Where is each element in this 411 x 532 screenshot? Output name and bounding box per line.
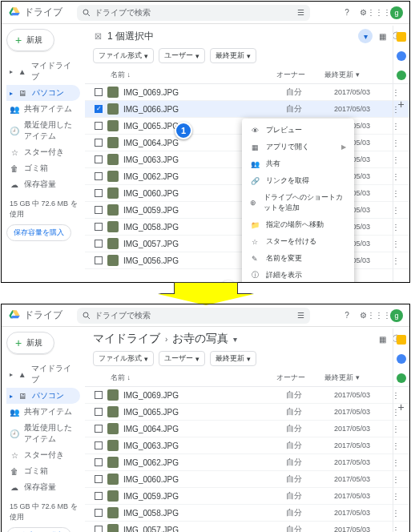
new-button[interactable]: +新規 [6,29,54,51]
row-checkbox[interactable] [93,425,104,433]
menu-item[interactable]: 👁プレビュー [242,122,354,139]
row-checkbox[interactable] [93,509,104,517]
col-owner[interactable]: オーナー [276,373,324,383]
menu-item[interactable]: ⓘ詳細を表示 [242,267,354,283]
menu-item[interactable]: 👥共有 [242,155,354,172]
sidebar-item-mydrive[interactable]: ▸▲マイドライブ [6,58,80,85]
sidebar-item-computers[interactable]: ▸🖥パソコン [6,388,80,404]
chevron-down-icon[interactable]: ▾ [233,335,237,344]
row-checkbox[interactable] [93,189,104,197]
chip-modified[interactable]: 最終更新 ▾ [210,48,256,63]
sidebar-item-recent[interactable]: 🕘最近使用したアイテム [6,117,80,144]
addons-icon[interactable]: + [397,98,404,111]
tune-icon[interactable]: ☰ [296,311,305,320]
row-checkbox[interactable] [93,105,104,113]
row-checkbox[interactable] [93,408,104,416]
sidebar-item-trash[interactable]: 🗑ゴミ箱 [6,160,80,176]
sidebar-item-starred[interactable]: ☆スター付き [6,447,80,463]
file-row[interactable]: IMG_0064.JPG自分2017/05/03⋮ [85,421,409,437]
row-checkbox[interactable] [93,206,104,214]
chip-modified[interactable]: 最終更新 ▾ [210,351,256,366]
sidebar-item-shared[interactable]: 👥共有アイテム [6,404,80,420]
row-checkbox[interactable] [93,492,104,500]
view-grid-icon[interactable]: ▦ [377,31,387,41]
col-modified[interactable]: 最終更新 ▾ [324,373,389,383]
help-icon[interactable]: ? [342,311,352,320]
file-row[interactable]: IMG_0065.JPG自分2017/05/03⋮ [85,404,409,421]
col-name[interactable]: 名前 ↓ [111,70,276,80]
col-modified[interactable]: 最終更新 ▾ [324,70,389,80]
col-owner[interactable]: オーナー [276,70,324,80]
tasks-icon[interactable] [397,354,406,364]
row-checkbox[interactable] [93,223,104,231]
row-checkbox[interactable] [93,526,104,532]
row-checkbox[interactable] [93,88,104,96]
file-row[interactable]: IMG_0062.JPG自分2017/05/03⋮ [85,454,409,471]
row-checkbox[interactable] [93,475,104,483]
tasks-icon[interactable] [397,51,406,61]
file-name: IMG_0066.JPG [123,105,286,114]
file-row[interactable]: IMG_0066.JPG自分2017/05/03⋮ [85,101,409,118]
app-logo[interactable]: ドライブ [8,6,62,19]
view-grid-icon[interactable]: ▦ [377,334,387,344]
sidebar-item-shared[interactable]: 👥共有アイテム [6,101,80,117]
file-row[interactable]: IMG_0057.JPG自分2017/05/03⋮ [85,522,409,532]
chip-filetype[interactable]: ファイル形式 ▾ [93,48,154,63]
row-checkbox[interactable] [93,172,104,180]
menu-item[interactable]: ☆スターを付ける [242,233,354,250]
sidebar-item-recent[interactable]: 🕘最近使用したアイテム [6,420,80,447]
row-checkbox[interactable] [93,458,104,466]
account-avatar[interactable]: g [390,309,403,322]
sidebar-item-starred[interactable]: ☆スター付き [6,144,80,160]
new-button[interactable]: +新規 [6,332,54,354]
help-icon[interactable]: ? [342,8,352,18]
close-selection-icon[interactable]: ☒ [93,31,103,41]
sidebar-item-storage[interactable]: ☁保存容量 [6,176,80,192]
file-row[interactable]: IMG_0069.JPG自分2017/05/03⋮ [85,84,409,101]
row-checkbox[interactable] [93,155,104,163]
row-checkbox[interactable] [93,122,104,130]
buy-storage-button[interactable]: 保存容量を購入 [6,527,71,532]
sidebar-item-storage[interactable]: ☁保存容量 [6,479,80,495]
row-checkbox[interactable] [93,441,104,449]
row-checkbox[interactable] [93,391,104,399]
menu-item[interactable]: 🔗リンクを取得 [242,172,354,189]
col-name[interactable]: 名前 ↓ [111,373,276,383]
row-checkbox[interactable] [93,256,104,264]
tune-icon[interactable]: ☰ [296,8,305,18]
search-bar[interactable]: ドライブで検索 ☰ [77,5,310,21]
app-logo[interactable]: ドライブ [8,308,62,322]
keep-icon[interactable] [397,32,406,42]
contacts-icon[interactable] [397,373,406,383]
file-row[interactable]: IMG_0063.JPG自分2017/05/03⋮ [85,437,409,454]
sidebar-item-computers[interactable]: ▸🖥パソコン [6,85,80,101]
row-checkbox[interactable] [93,240,104,248]
menu-item[interactable]: ✎名前を変更 [242,250,354,267]
menu-item[interactable]: ⊕ドライブへのショートカットを追加 [242,189,354,216]
file-row[interactable]: IMG_0069.JPG自分2017/05/03⋮ [85,387,409,404]
addons-icon[interactable]: + [397,401,404,413]
chip-user[interactable]: ユーザー ▾ [159,48,205,63]
menu-item[interactable]: 📁指定の場所へ移動 [242,216,354,233]
sidebar-item-trash[interactable]: 🗑ゴミ箱 [6,463,80,479]
chip-user[interactable]: ユーザー ▾ [159,351,205,366]
account-avatar[interactable]: g [390,6,403,19]
contacts-icon[interactable] [397,71,406,80]
sidebar-item-mydrive[interactable]: ▸▲マイドライブ [6,361,80,388]
buy-storage-button[interactable]: 保存容量を購入 [6,224,71,241]
row-checkbox[interactable] [93,139,104,147]
file-row[interactable]: IMG_0059.JPG自分2017/05/03⋮ [85,488,409,505]
file-row[interactable]: IMG_0060.JPG自分2017/05/03⋮ [85,471,409,488]
breadcrumb[interactable]: マイドライブ › お寺の写真 ▾ [93,332,237,346]
file-row[interactable]: IMG_0058.JPG自分2017/05/03⋮ [85,505,409,522]
apps-icon[interactable]: ⋮⋮⋮ [374,311,384,320]
keep-icon[interactable] [397,335,406,345]
file-owner: 自分 [286,87,334,98]
filter-toggle[interactable]: ▾ [358,29,373,43]
apps-icon[interactable]: ⋮⋮⋮ [374,8,384,18]
chip-filetype[interactable]: ファイル形式 ▾ [93,351,154,366]
search-bar[interactable]: ドライブで検索 ☰ [77,308,310,324]
menu-item[interactable]: ▦アプリで開く▶ [242,139,354,155]
file-date: 2017/05/03 [334,391,390,399]
file-thumbnail [107,524,119,532]
